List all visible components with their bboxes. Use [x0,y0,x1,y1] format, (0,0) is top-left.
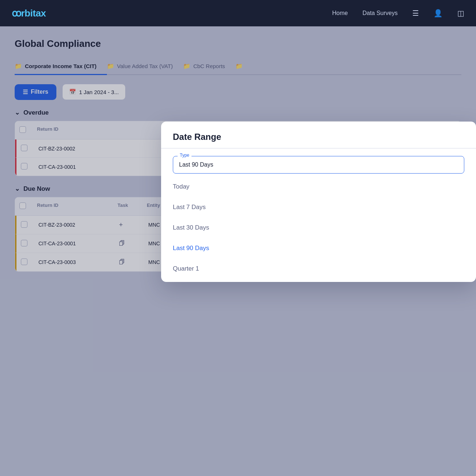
logo-orbit: ꝏrbitax [12,8,46,19]
dropdown-options: Today Last 7 Days Last 30 Days Last 90 D… [161,174,476,282]
nav-home[interactable]: Home [332,10,348,16]
option-q1[interactable]: Quarter 1 [161,259,476,279]
modal-divider [161,148,476,149]
type-label: Type [178,153,191,158]
option-last30[interactable]: Last 30 Days [161,217,476,238]
option-last90[interactable]: Last 90 Days [161,238,476,259]
list-icon[interactable]: ☰ [412,9,419,18]
logo: ꝏrbitax [12,8,46,19]
person-icon[interactable]: 👤 [434,9,443,18]
date-range-modal: Date Range Type Last 90 Days Today Last … [161,122,476,282]
top-navigation: ꝏrbitax Home Data Surveys ☰ 👤 ◫ [0,0,476,26]
nav-data-surveys[interactable]: Data Surveys [362,10,398,16]
option-today[interactable]: Today [161,176,476,197]
type-select-box[interactable]: Type Last 90 Days [173,156,464,174]
type-value: Last 90 Days [173,156,464,173]
main-content: Global Compliance 📁 Corporate Income Tax… [0,26,476,476]
modal-title: Date Range [161,122,476,148]
screen-icon[interactable]: ◫ [457,9,464,18]
option-last7[interactable]: Last 7 Days [161,197,476,217]
